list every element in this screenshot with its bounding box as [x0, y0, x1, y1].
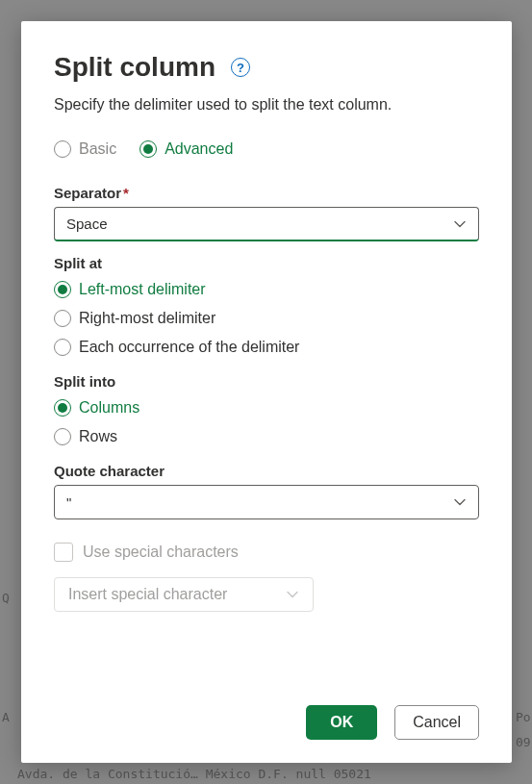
use-special-chars-row: Use special characters	[54, 543, 479, 562]
help-icon-glyph: ?	[237, 61, 244, 75]
mode-advanced-radio[interactable]: Advanced	[139, 140, 233, 158]
split-at-each-label: Each occurrence of the delimiter	[79, 339, 299, 356]
mode-advanced-label: Advanced	[165, 140, 233, 158]
bg-text: Q	[2, 591, 10, 605]
dialog-header: Split column ?	[54, 52, 479, 83]
dialog-buttons: OK Cancel	[54, 705, 479, 740]
cancel-button[interactable]: Cancel	[394, 705, 479, 740]
split-into-rows-radio[interactable]: Rows	[54, 428, 479, 445]
dialog-backdrop: Q A Po 09 Avda. de la Constitució… Méxic…	[0, 0, 532, 784]
split-into-rows-label: Rows	[79, 428, 117, 445]
split-into-columns-radio[interactable]: Columns	[54, 399, 479, 417]
mode-basic-label: Basic	[79, 140, 116, 158]
quote-char-field: Quote character "	[54, 463, 479, 519]
radio-circle-icon	[54, 310, 71, 327]
radio-circle-icon	[54, 339, 71, 356]
insert-special-char-button[interactable]: Insert special character	[54, 577, 314, 612]
split-into-options: Columns Rows	[54, 399, 479, 445]
bg-text: Avda. de la Constitució… México D.F. nul…	[17, 767, 371, 781]
ok-button[interactable]: OK	[306, 705, 377, 740]
chevron-down-icon	[453, 217, 467, 231]
radio-dot-icon	[58, 403, 67, 413]
mode-basic-radio[interactable]: Basic	[54, 140, 116, 158]
bg-text: 09	[516, 735, 531, 749]
split-at-options: Left-most delimiter Right-most delimiter…	[54, 281, 479, 356]
spacer	[54, 612, 479, 690]
radio-dot-icon	[143, 144, 153, 154]
separator-field: Separator* Space	[54, 185, 479, 241]
split-at-right-radio[interactable]: Right-most delimiter	[54, 310, 479, 327]
separator-select[interactable]: Space	[54, 207, 479, 241]
dialog-title: Split column	[54, 52, 215, 83]
chevron-down-icon	[286, 588, 299, 601]
separator-label-text: Separator	[54, 185, 121, 201]
quote-char-select[interactable]: "	[54, 485, 479, 519]
dialog-subtitle: Specify the delimiter used to split the …	[54, 96, 479, 114]
bg-text: A	[2, 710, 10, 724]
radio-circle-icon	[54, 399, 71, 417]
quote-char-value: "	[66, 494, 71, 511]
radio-circle-icon	[54, 281, 71, 298]
split-at-each-radio[interactable]: Each occurrence of the delimiter	[54, 339, 479, 356]
use-special-chars-label: Use special characters	[83, 544, 239, 561]
bg-text: Po	[516, 710, 531, 724]
required-mark: *	[123, 185, 129, 201]
split-into-label: Split into	[54, 373, 479, 390]
help-icon[interactable]: ?	[231, 58, 250, 77]
split-column-dialog: Split column ? Specify the delimiter use…	[21, 21, 512, 763]
split-into-columns-label: Columns	[79, 399, 139, 417]
radio-circle-icon	[54, 140, 71, 158]
split-at-left-label: Left-most delimiter	[79, 281, 206, 298]
radio-dot-icon	[58, 285, 67, 294]
use-special-chars-checkbox[interactable]	[54, 543, 73, 562]
quote-char-label: Quote character	[54, 463, 479, 479]
chevron-down-icon	[453, 495, 467, 509]
insert-special-char-label: Insert special character	[68, 586, 227, 603]
split-at-field: Split at Left-most delimiter Right-most …	[54, 255, 479, 356]
split-at-right-label: Right-most delimiter	[79, 310, 215, 327]
split-at-left-radio[interactable]: Left-most delimiter	[54, 281, 479, 298]
separator-label: Separator*	[54, 185, 479, 201]
split-at-label: Split at	[54, 255, 479, 271]
radio-circle-icon	[54, 428, 71, 445]
separator-value: Space	[66, 215, 108, 232]
mode-selector: Basic Advanced	[54, 140, 479, 158]
split-into-field: Split into Columns Rows	[54, 373, 479, 445]
radio-circle-icon	[139, 140, 157, 158]
